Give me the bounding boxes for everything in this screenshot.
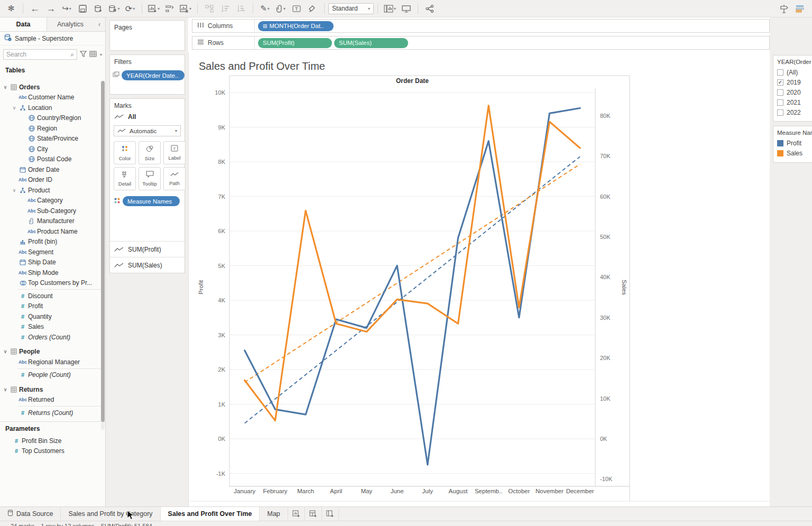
marks-all-row[interactable]: All bbox=[110, 109, 184, 123]
legend-item-sales[interactable]: Sales bbox=[773, 148, 812, 158]
field-item-country-region[interactable]: Country/Region bbox=[0, 113, 101, 124]
field-item-ship-mode[interactable]: AbcShip Mode bbox=[0, 267, 101, 278]
rows-pill-sum-profit-[interactable]: SUM(Profit) bbox=[258, 38, 332, 48]
field-item-ship-date[interactable]: Ship Date bbox=[0, 257, 101, 268]
group-members-button[interactable] bbox=[204, 2, 215, 15]
dual-axis-line-chart[interactable]: Order Date10K9K8K7K6K5K4K3K2K1K0K-1K80K7… bbox=[189, 53, 770, 506]
field-item-orders-count[interactable]: #Orders (Count) bbox=[0, 332, 101, 343]
field-item-category[interactable]: AbcCategory bbox=[0, 196, 101, 206]
field-item-state-province[interactable]: State/Province bbox=[0, 134, 101, 144]
attach-button[interactable]: ▾ bbox=[275, 2, 287, 15]
chevron-down-icon[interactable]: ▾ bbox=[100, 52, 102, 57]
refresh-button[interactable]: ⟳▾ bbox=[124, 2, 136, 15]
year-option-2021[interactable]: 2021 bbox=[773, 97, 812, 107]
search-input[interactable]: Search ⌕ bbox=[3, 49, 77, 60]
field-item-top-customers-by-pr[interactable]: Top Customers by Pr... bbox=[0, 278, 101, 289]
sum-sales-marks-row[interactable]: SUM(Sales) bbox=[110, 257, 184, 273]
chevron-down-icon[interactable]: ∨ bbox=[2, 349, 8, 354]
detail-button[interactable]: Detail bbox=[114, 167, 136, 190]
scrollbar-thumb[interactable] bbox=[101, 81, 105, 422]
new-story-button[interactable] bbox=[322, 507, 339, 521]
show-cards-button[interactable]: ▾ bbox=[384, 2, 396, 15]
checkbox-checked[interactable]: ✓ bbox=[777, 79, 783, 86]
measure-names-pill[interactable]: Measure Names bbox=[123, 196, 180, 206]
rows-shelf[interactable]: Rows SUM(Profit)SUM(Sales) bbox=[192, 36, 770, 50]
columns-pill-month-order-date[interactable]: ⊞MONTH(Order Dat.. bbox=[258, 21, 334, 31]
field-item-regional-manager[interactable]: AbcRegional Manager bbox=[0, 357, 101, 367]
fix-axes-button[interactable] bbox=[307, 2, 318, 15]
pause-updates-button[interactable]: ▾ bbox=[108, 2, 120, 15]
forward-button[interactable]: → bbox=[45, 2, 57, 15]
checkbox-unchecked[interactable] bbox=[777, 109, 783, 116]
field-item-people-count[interactable]: #People (Count) bbox=[0, 370, 101, 381]
chevron-down-icon[interactable]: ∨ bbox=[11, 188, 17, 193]
collapse-pane-button[interactable]: ‹ bbox=[94, 17, 105, 31]
field-item-city[interactable]: City bbox=[0, 144, 101, 154]
clear-sheet-button[interactable]: ▾ bbox=[180, 2, 191, 15]
new-worksheet-button[interactable] bbox=[288, 507, 305, 521]
tab-analytics[interactable]: Analytics bbox=[47, 17, 94, 31]
field-item-orders[interactable]: ∨Orders bbox=[0, 82, 101, 93]
year-option-all[interactable]: (All) bbox=[773, 67, 812, 77]
sheet-tab-sales-and-profit-over-time[interactable]: Sales and Profit Over Time bbox=[161, 507, 260, 521]
mark-labels-button[interactable]: T bbox=[291, 2, 302, 15]
filter-pill-year-order-date[interactable]: YEAR(Order Date.. bbox=[122, 70, 184, 80]
field-item-segment[interactable]: AbcSegment bbox=[0, 247, 101, 257]
field-item-returns-count[interactable]: #Returns (Count) bbox=[0, 408, 101, 418]
field-item-discount[interactable]: #Discount bbox=[0, 291, 101, 301]
checkbox-unchecked[interactable] bbox=[777, 89, 783, 96]
year-option-2022[interactable]: 2022 bbox=[773, 107, 812, 117]
presentation-mode-button[interactable] bbox=[400, 2, 412, 15]
field-item-returned[interactable]: AbcReturned bbox=[0, 395, 101, 405]
share-button[interactable] bbox=[424, 2, 436, 15]
field-item-product-name[interactable]: AbcProduct Name bbox=[0, 226, 101, 237]
legend-item-profit[interactable]: Profit bbox=[773, 138, 812, 148]
chevron-down-icon[interactable]: ∨ bbox=[2, 387, 8, 392]
field-item-people[interactable]: ∨People bbox=[0, 347, 101, 357]
field-item-profit-bin[interactable]: Profit (bin) bbox=[0, 237, 101, 247]
field-item-sales[interactable]: #Sales bbox=[0, 322, 101, 333]
chevron-down-icon[interactable]: ∨ bbox=[2, 85, 8, 90]
save-button[interactable] bbox=[77, 2, 88, 15]
mark-type-select[interactable]: Automatic ▾ bbox=[114, 125, 181, 136]
year-option-2020[interactable]: 2020 bbox=[773, 87, 812, 97]
field-item-sub-category[interactable]: AbcSub-Category bbox=[0, 206, 101, 216]
field-item-manufacturer[interactable]: Manufacturer bbox=[0, 216, 101, 227]
size-button[interactable]: Size bbox=[139, 141, 161, 164]
tab-data[interactable]: Data bbox=[0, 17, 47, 31]
year-option-2019[interactable]: ✓2019 bbox=[773, 77, 812, 87]
sum-profit-marks-row[interactable]: SUM(Profit) bbox=[110, 241, 184, 257]
field-item-returns[interactable]: ∨Returns bbox=[0, 384, 101, 395]
pane-scrollbar[interactable] bbox=[101, 81, 105, 430]
chevron-down-icon[interactable]: ∨ bbox=[11, 105, 17, 110]
field-item-product[interactable]: ∨Product bbox=[0, 185, 101, 196]
color-button[interactable]: Color bbox=[114, 141, 136, 164]
undo-button[interactable]: ↪▾ bbox=[61, 2, 72, 15]
checkbox-unchecked[interactable] bbox=[777, 99, 783, 106]
view-as-table-icon[interactable] bbox=[89, 51, 97, 59]
new-worksheet-button[interactable]: ▾ bbox=[148, 2, 160, 15]
fit-select[interactable]: Standard ▾ bbox=[328, 3, 374, 14]
field-item-customer-name[interactable]: AbcCustomer Name bbox=[0, 93, 101, 103]
show-me-button[interactable] bbox=[794, 2, 806, 15]
highlight-button[interactable]: ✎▾ bbox=[259, 2, 271, 15]
path-button[interactable]: Path bbox=[163, 167, 186, 190]
sort-descending-button[interactable] bbox=[235, 2, 247, 15]
sheet-tab-data-source[interactable]: Data Source bbox=[0, 507, 61, 521]
field-item-order-id[interactable]: AbcOrder ID bbox=[0, 175, 101, 186]
rows-pill-sum-sales-[interactable]: SUM(Sales) bbox=[334, 38, 408, 48]
tooltip-button[interactable]: Tooltip bbox=[139, 167, 161, 190]
checkbox-unchecked[interactable] bbox=[777, 69, 783, 76]
sheet-tab-sales-and-profit-by-category[interactable]: Sales and Profit by Category bbox=[61, 507, 160, 521]
parameter-item-profit-bin-size[interactable]: #Profit Bin Size bbox=[0, 436, 105, 446]
sheet-tab-map[interactable]: Map bbox=[260, 507, 288, 521]
add-data-button[interactable] bbox=[93, 2, 104, 15]
back-button[interactable]: ← bbox=[29, 2, 41, 15]
columns-shelf[interactable]: Columns ⊞MONTH(Order Dat.. bbox=[192, 19, 770, 33]
label-button[interactable]: TLabel bbox=[163, 141, 186, 164]
signpost-icon[interactable] bbox=[778, 2, 790, 15]
field-item-postal-code[interactable]: Postal Code bbox=[0, 154, 101, 165]
parameter-item-top-customers[interactable]: #Top Customers bbox=[0, 446, 105, 457]
field-item-region[interactable]: Region bbox=[0, 123, 101, 134]
new-dashboard-button[interactable] bbox=[305, 507, 322, 521]
